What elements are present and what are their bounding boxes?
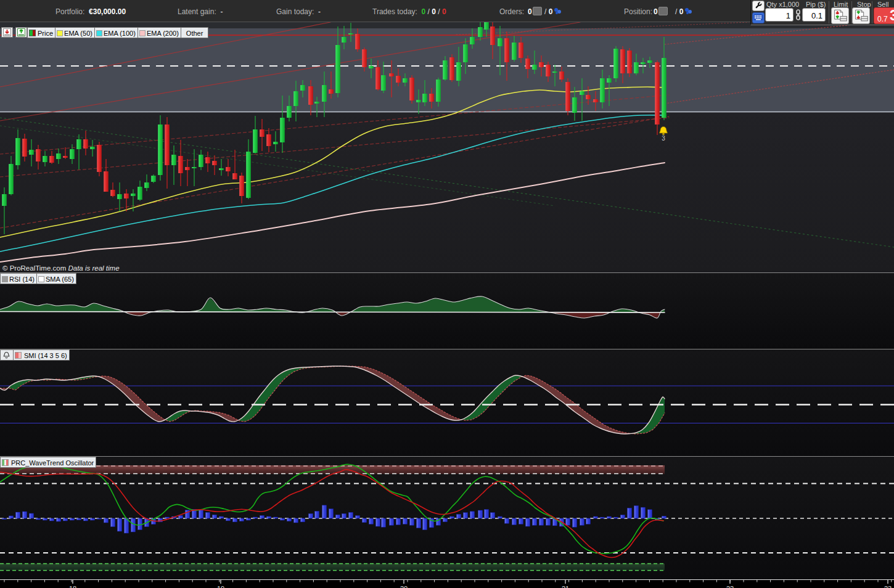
svg-text:© ProRealTime.com Data is real: © ProRealTime.com Data is real time xyxy=(2,264,120,272)
svg-text:23: 23 xyxy=(884,585,892,588)
svg-text:19: 19 xyxy=(217,585,224,588)
svg-text:21: 21 xyxy=(562,585,569,588)
svg-text:18: 18 xyxy=(69,585,76,588)
svg-text:22: 22 xyxy=(726,585,734,588)
svg-text:3: 3 xyxy=(662,135,665,142)
svg-text:20: 20 xyxy=(400,585,408,588)
